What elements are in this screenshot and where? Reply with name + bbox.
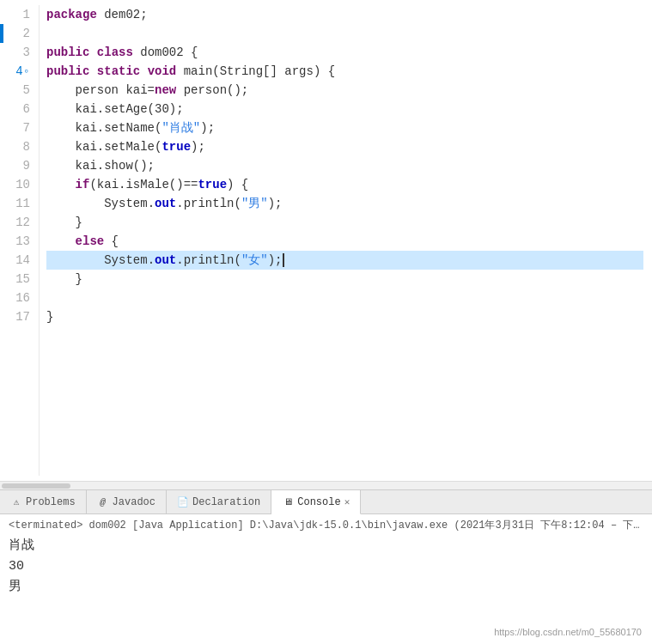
code-line-1: package dem02; [46,5,643,24]
code-line-16 [46,289,643,307]
editor-area: 1 2 3 4◦ 5 6 7 8 9 10 11 12 13 14 15 16 … [0,0,652,489]
problems-icon: ⚠ [10,496,22,508]
code-line-7: kai.setName("肖战"); [46,118,643,137]
horizontal-scrollbar[interactable] [0,481,652,489]
output-line-2: 30 [9,556,643,577]
code-line-13: else { [46,232,643,251]
tab-declaration-label: Declaration [192,496,260,508]
code-line-17: } [46,307,643,326]
code-line-6: kai.setAge(30); [46,100,643,118]
bottom-panel: ⚠ Problems @ Javadoc 📄 Declaration 🖥 Con… [0,489,652,644]
tab-problems-label: Problems [26,496,76,508]
output-line-1: 肖战 [9,536,643,556]
output-line-3: 男 [9,577,643,598]
javadoc-icon: @ [97,496,109,508]
tab-javadoc-label: Javadoc [113,496,155,508]
console-content: <terminated> dom002 [Java Application] D… [0,514,652,644]
tab-console[interactable]: 🖥 Console ✕ [271,490,361,514]
code-line-8: kai.setMale(true); [46,137,643,156]
code-line-11: System.out.println("男"); [46,194,643,213]
code-line-2 [46,24,643,43]
watermark: https://blog.csdn.net/m0_55680170 [494,627,642,637]
tab-javadoc[interactable]: @ Javadoc [87,490,167,514]
code-line-12: } [46,213,643,232]
tab-console-label: Console [297,496,340,508]
code-line-15: } [46,270,643,289]
tab-declaration[interactable]: 📄 Declaration [167,490,271,514]
h-scroll-thumb[interactable] [2,483,70,489]
code-line-9: kai.show(); [46,156,643,175]
code-content[interactable]: package dem02; public class dom002 { pub… [40,5,652,476]
line-numbers: 1 2 3 4◦ 5 6 7 8 9 10 11 12 13 14 15 16 … [3,5,40,476]
code-line-14: System.out.println("女"); [46,251,643,270]
tabs-bar: ⚠ Problems @ Javadoc 📄 Declaration 🖥 Con… [0,490,652,514]
code-line-3: public class dom002 { [46,43,643,62]
code-line-10: if(kai.isMale()==true) { [46,175,643,194]
terminated-line: <terminated> dom002 [Java Application] D… [9,518,643,532]
console-icon: 🖥 [282,496,294,508]
declaration-icon: 📄 [177,496,189,508]
tab-problems[interactable]: ⚠ Problems [0,490,87,514]
code-line-5: person kai=new person(); [46,81,643,100]
code-line-4: public static void main(String[] args) { [46,62,643,81]
